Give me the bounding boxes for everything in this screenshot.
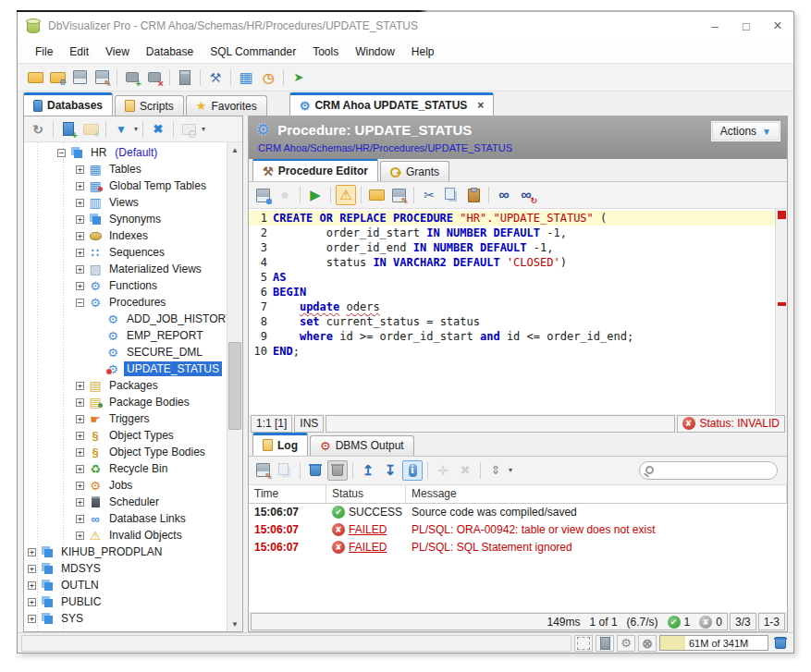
breadcrumb[interactable]: CRM Ahoa/Schemas/HR/Procedures/UPDATE_ST…	[258, 142, 780, 153]
menu-window[interactable]: Window	[347, 42, 403, 62]
add-folder-icon[interactable]	[80, 119, 101, 140]
tree-item-indexes[interactable]: +Indexes	[24, 227, 227, 244]
tree-item-hr[interactable]: −HR(Default)	[24, 144, 227, 161]
tool-properties-icon[interactable]	[205, 67, 226, 88]
log-row[interactable]: 15:06:07✘FAILEDPL/SQL: ORA-00942: table …	[249, 521, 787, 539]
expand-plus-icon[interactable]: +	[76, 465, 84, 473]
connections-status-icon[interactable]	[596, 635, 614, 652]
tree-item-sequences[interactable]: +Sequences	[24, 244, 227, 261]
open-file-icon[interactable]	[25, 67, 45, 88]
expand-plus-icon[interactable]: +	[76, 182, 84, 190]
tab-log[interactable]: Log	[252, 433, 308, 456]
grid-status-icon[interactable]	[574, 635, 593, 652]
tree-item-invalid-objects[interactable]: +Invalid Objects	[24, 527, 227, 544]
expand-plus-icon[interactable]: +	[76, 232, 84, 240]
tree-item-global-temp-tables[interactable]: +Global Temp Tables	[24, 177, 227, 194]
expand-plus-icon[interactable]: +	[76, 199, 84, 207]
driver-manager-icon[interactable]	[175, 67, 195, 88]
expand-plus-icon[interactable]: +	[76, 482, 84, 490]
expand-plus-icon[interactable]: +	[76, 432, 84, 440]
expand-plus-icon[interactable]: +	[76, 415, 84, 423]
expand-plus-icon[interactable]: +	[28, 598, 36, 606]
connect-icon[interactable]	[122, 67, 142, 88]
tree-item-object-types[interactable]: +Object Types	[24, 427, 227, 444]
log-search-box[interactable]	[639, 461, 778, 480]
tree-item-tables[interactable]: +Tables	[24, 161, 227, 177]
menu-sql-commander[interactable]: SQL Commander	[202, 42, 304, 62]
expand-plus-icon[interactable]: +	[76, 515, 84, 523]
tree-item-outln[interactable]: +OUTLN	[24, 577, 227, 593]
tree-item-kihub-prodplan[interactable]: +KIHUB_PRODPLAN	[24, 544, 227, 560]
expand-plus-icon[interactable]: +	[76, 265, 84, 274]
tab-databases[interactable]: Databases	[23, 92, 113, 116]
copy-icon[interactable]	[441, 185, 461, 205]
scroll-top-icon[interactable]	[358, 460, 378, 481]
scroll-down-icon[interactable]: ▼	[227, 617, 242, 631]
actions-button[interactable]: Actions ▼	[712, 122, 780, 141]
open-favorites-icon[interactable]	[47, 67, 68, 88]
tree-scrollbar[interactable]: ▲ ▼	[227, 142, 242, 631]
memory-indicator[interactable]: 61M of 341M	[659, 635, 768, 651]
chevron-down-icon[interactable]: ▾	[134, 125, 138, 133]
save-proc-icon[interactable]	[252, 185, 273, 205]
collapse-icon[interactable]	[455, 460, 475, 481]
save-icon[interactable]	[69, 67, 90, 88]
collapse-all-icon[interactable]	[148, 119, 168, 140]
error-mark[interactable]	[778, 211, 786, 219]
tab-close-icon[interactable]: ×	[477, 99, 484, 112]
tree-item-packages[interactable]: +Packages	[24, 377, 227, 394]
chevron-down-icon[interactable]: ▾	[509, 466, 512, 474]
code-line[interactable]: 7 update oders	[249, 299, 775, 314]
expand-plus-icon[interactable]: +	[28, 565, 36, 573]
log-column-time[interactable]: Time	[249, 485, 326, 503]
scrollbar-thumb[interactable]	[228, 342, 241, 430]
sql-editor[interactable]: 1CREATE OR REPLACE PROCEDURE "HR"."UPDAT…	[249, 209, 787, 414]
tree-item-update-status[interactable]: UPDATE_STATUS	[24, 360, 227, 377]
trash-gray-icon[interactable]	[327, 460, 348, 481]
save-as-icon[interactable]	[92, 67, 112, 88]
save-as-icon[interactable]	[388, 185, 409, 205]
scroll-bottom-icon[interactable]	[380, 460, 400, 481]
cut-icon[interactable]	[419, 185, 439, 205]
find-icon[interactable]	[494, 185, 514, 205]
code-line[interactable]: 9 where id >= order_id_start and id <= o…	[249, 329, 775, 344]
add-connection-icon[interactable]	[58, 119, 79, 140]
expand-plus-icon[interactable]: +	[28, 548, 36, 556]
expand-plus-icon[interactable]: +	[76, 498, 84, 507]
expand-plus-icon[interactable]: +	[76, 398, 84, 407]
expand-plus-icon[interactable]: +	[76, 215, 84, 224]
search-input[interactable]	[657, 465, 789, 476]
code-line[interactable]: 5AS	[249, 270, 775, 285]
find-replace-icon[interactable]	[516, 185, 536, 205]
chevron-down-icon[interactable]: ▾	[202, 125, 205, 133]
expand-plus-icon[interactable]: +	[76, 382, 84, 390]
menu-file[interactable]: File	[27, 42, 61, 62]
tree-item-recycle-bin[interactable]: +Recycle Bin	[24, 460, 227, 477]
code-line[interactable]: 3 order_id_end IN NUMBER DEFAULT -1,	[249, 240, 775, 255]
tab-dbms-output[interactable]: ⚙ DBMS Output	[310, 435, 414, 456]
tree-item-database-links[interactable]: +Database Links	[24, 510, 227, 527]
compile-icon[interactable]	[336, 185, 356, 205]
schedule-icon[interactable]	[258, 67, 278, 88]
menu-database[interactable]: Database	[138, 42, 202, 62]
tab-scripts[interactable]: Scripts	[115, 95, 184, 116]
error-mark[interactable]	[778, 302, 786, 306]
filter-icon[interactable]	[111, 119, 131, 140]
collapse-minus-icon[interactable]: −	[76, 299, 84, 307]
code-line[interactable]: 2 order_id_start IN NUMBER DEFAULT -1,	[249, 226, 775, 240]
trash-icon[interactable]	[305, 460, 326, 481]
tree-item-synonyms[interactable]: +Synonyms	[24, 211, 227, 227]
expand-plus-icon[interactable]: +	[76, 448, 84, 457]
locate-icon[interactable]	[178, 119, 199, 140]
tree-item-package-bodies[interactable]: +Package Bodies	[24, 394, 227, 410]
errors-status-icon[interactable]	[638, 635, 657, 652]
scroll-up-icon[interactable]: ▲	[227, 142, 242, 157]
tree-item-views[interactable]: +Views	[24, 194, 227, 211]
log-row[interactable]: 15:06:07✘FAILEDPL/SQL: SQL Statement ign…	[249, 539, 787, 556]
open-icon[interactable]	[366, 185, 387, 205]
menu-help[interactable]: Help	[403, 42, 443, 62]
tab-grants[interactable]: Grants	[380, 161, 449, 181]
spacing-icon[interactable]	[485, 460, 506, 481]
export-icon[interactable]	[252, 460, 273, 481]
expand-plus-icon[interactable]: +	[76, 282, 84, 290]
